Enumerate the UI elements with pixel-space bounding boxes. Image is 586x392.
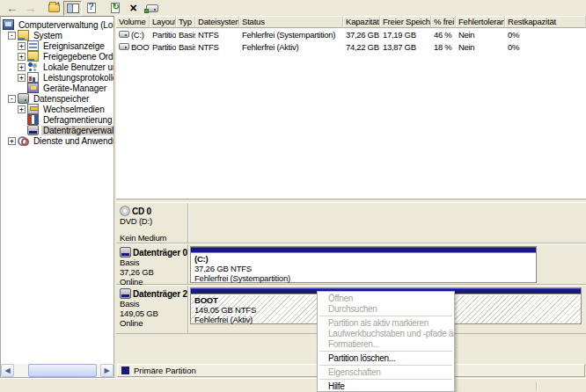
disk-management-icon	[27, 125, 39, 135]
cd-drive-row[interactable]: CD 0 DVD (D:) Kein Medium	[116, 202, 586, 243]
tree-item-datenspeicher[interactable]: Datenspeicher	[1, 93, 114, 104]
show-console-tree-button[interactable]	[63, 1, 82, 16]
column-header-kapazitaet[interactable]: Kapazität	[343, 16, 380, 28]
console-tree: Computerverwaltung (Lokal) System Ereign…	[1, 17, 114, 146]
tree-item-geraete-manager[interactable]: Geräte-Manager	[1, 83, 114, 93]
cell-dateisystem: NTFS	[195, 28, 239, 40]
system-tools-icon	[18, 30, 29, 40]
disk2-info: Datenträger 2 Basis 149,05 GB Online	[116, 286, 188, 333]
menu-item-partition-aktiv[interactable]: Partition als aktiv markieren	[318, 318, 454, 329]
tree-item-label: Leistungsprotokolle und Warnungen	[41, 73, 114, 83]
tree-item-computerverwaltung[interactable]: Computerverwaltung (Lokal)	[1, 19, 114, 30]
status-bar-divider	[536, 381, 537, 390]
menu-separator	[318, 315, 454, 318]
shared-folders-icon	[27, 51, 39, 62]
disk-icon	[120, 288, 131, 299]
volume-row-c[interactable]: (C:) Partition Basis NTFS Fehlerfrei (Sy…	[116, 28, 586, 40]
up-level-button[interactable]: ↑	[45, 1, 63, 16]
collapse-icon[interactable]	[8, 95, 16, 103]
column-header-volume[interactable]: Volume	[116, 16, 150, 28]
column-header-freier-speicher[interactable]: Freier Speicher	[380, 16, 431, 28]
properties-button[interactable]	[143, 1, 161, 16]
back-button[interactable]: ←	[3, 1, 21, 16]
computer-icon	[3, 19, 14, 30]
menu-item-durchsuchen[interactable]: Durchsuchen	[318, 304, 454, 315]
disk0-row[interactable]: Datenträger 0 Basis 37,26 GB Online (C:)…	[116, 243, 586, 285]
disk0-type: Basis	[120, 258, 186, 267]
back-icon: ←	[6, 3, 18, 14]
cell-layout: Partition	[150, 40, 176, 53]
help-button[interactable]: ?	[82, 1, 100, 16]
menu-item-hilfe[interactable]: Hilfe	[318, 381, 454, 392]
expand-icon[interactable]	[18, 42, 26, 50]
menu-item-partition-loeschen[interactable]: Partition löschen...	[318, 353, 454, 364]
volume-name: (C:)	[131, 30, 144, 40]
tree-item-datentraegerverwaltung[interactable]: Datenträgerverwaltung	[1, 125, 114, 135]
tree-item-label: Wechselmedien	[41, 105, 106, 114]
tree-item-label: Dienste und Anwendungen	[32, 136, 114, 146]
cd-name: CD 0	[132, 207, 151, 216]
cell-freier-speicher: 13,87 GB	[380, 40, 431, 53]
disk-icon	[120, 247, 131, 258]
expand-icon[interactable]	[18, 63, 26, 71]
expand-icon[interactable]	[18, 105, 26, 113]
tree-horizontal-scrollbar[interactable]: ◀ ▶	[1, 364, 114, 377]
device-manager-icon	[27, 83, 39, 93]
tree-item-system[interactable]: System	[1, 30, 114, 40]
expand-icon[interactable]	[18, 53, 26, 61]
tree-item-wechselmedien[interactable]: Wechselmedien	[1, 104, 114, 114]
menu-item-formatieren[interactable]: Formatieren...	[318, 339, 454, 350]
scroll-left-icon[interactable]: ◀	[1, 364, 14, 377]
disk0-name: Datenträger 0	[133, 248, 187, 258]
column-header-prozent-frei[interactable]: % frei	[431, 16, 456, 28]
scroll-right-icon[interactable]: ▶	[100, 364, 114, 377]
services-icon	[18, 135, 29, 146]
tree-item-ereignisanzeige[interactable]: Ereignisanzeige	[1, 40, 114, 51]
expand-icon[interactable]	[18, 74, 26, 82]
column-header-layout[interactable]: Layout	[150, 16, 176, 28]
collapse-icon[interactable]	[8, 32, 16, 40]
cell-dateisystem: NTFS	[195, 40, 239, 53]
menu-item-oeffnen[interactable]: Öffnen	[318, 294, 454, 304]
partition-c[interactable]: (C:) 37,26 GB NTFS Fehlerfrei (Systempar…	[190, 246, 537, 283]
cd-media-type: DVD (D:)	[120, 216, 186, 226]
disk0-info: Datenträger 0 Basis 37,26 GB Online	[116, 244, 188, 284]
scrollbar-track[interactable]	[14, 364, 100, 377]
menu-separator	[318, 364, 454, 367]
refresh-button[interactable]: ↻	[106, 1, 124, 16]
column-header-restkapazitaet[interactable]: Restkapazität	[505, 16, 586, 28]
menu-separator	[318, 350, 454, 353]
expand-icon[interactable]	[8, 137, 16, 145]
column-header-fehlertoleranz[interactable]: Fehlertoleranz	[456, 16, 505, 28]
volume-drive-icon	[119, 31, 129, 38]
menu-item-eigenschaften[interactable]: Eigenschaften	[318, 367, 454, 378]
menu-item-laufwerkbuchstaben[interactable]: Laufwerkbuchstaben und -pfade ändern...	[318, 329, 454, 339]
column-header-status[interactable]: Status	[239, 16, 343, 28]
volume-row-boot[interactable]: BOOT Partition Basis NTFS Fehlerfrei (Ak…	[116, 40, 586, 53]
column-header-dateisystem[interactable]: Dateisystem	[195, 16, 239, 28]
tree-item-lokale-benutzer[interactable]: Lokale Benutzer und Gruppen	[1, 62, 114, 72]
forward-button[interactable]: →	[21, 1, 40, 16]
delete-icon: ×	[129, 3, 136, 14]
disk2-status: Online	[120, 318, 186, 328]
status-bar	[0, 378, 586, 392]
tree-item-label: Computerverwaltung (Lokal)	[17, 20, 114, 30]
cell-restkapazitaet: 0%	[505, 40, 586, 53]
disk2-name: Datenträger 2	[133, 289, 187, 299]
tree-item-defragmentierung[interactable]: Defragmentierung	[1, 114, 114, 125]
legend-primary-label: Primäre Partition	[134, 366, 196, 375]
cell-kapazitaet: 74,22 GB	[343, 40, 380, 53]
users-icon	[27, 62, 39, 72]
disk2-type: Basis	[120, 299, 186, 309]
column-header-typ[interactable]: Typ	[176, 16, 195, 28]
tree-item-label: Ereignisanzeige	[41, 41, 106, 51]
tree-item-dienste-anwendungen[interactable]: Dienste und Anwendungen	[1, 135, 114, 146]
tree-item-label: Freigegebene Ordner	[41, 52, 114, 62]
tree-item-freigegebene-ordner[interactable]: Freigegebene Ordner	[1, 51, 114, 62]
scrollbar-thumb[interactable]	[28, 364, 97, 377]
delete-partition-button[interactable]: ×	[124, 1, 143, 16]
storage-icon	[18, 93, 29, 104]
tree-item-leistungsprotokolle[interactable]: Leistungsprotokolle und Warnungen	[1, 72, 114, 83]
forward-icon: →	[25, 3, 36, 14]
cell-status: Fehlerfrei (Systempartition)	[239, 28, 343, 40]
